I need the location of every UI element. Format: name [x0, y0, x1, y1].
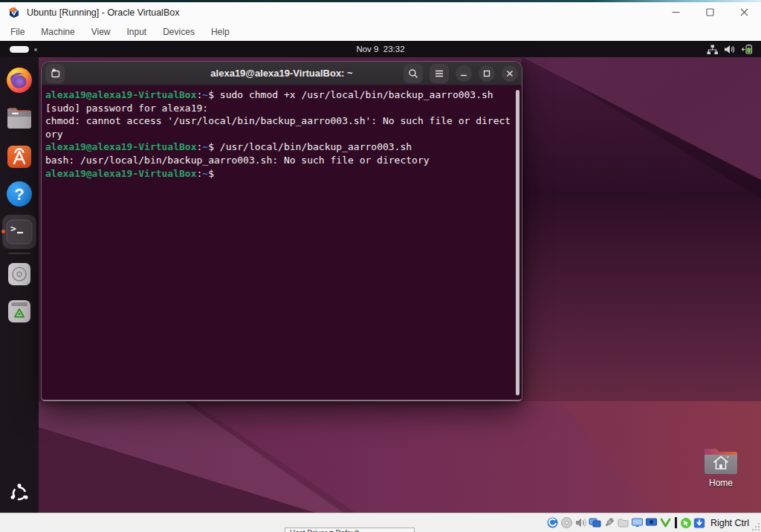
virtualbox-logo-icon [7, 6, 21, 19]
dock-item-app-center[interactable] [5, 142, 33, 170]
clock[interactable]: Nov 9 23:32 [0, 41, 761, 57]
show-apps-button[interactable] [10, 484, 29, 503]
statusbar-shared-folders-icon[interactable] [617, 516, 629, 529]
host-key-label: Right Ctrl [710, 518, 749, 528]
terminal-line: [sudo] password for alexa19: [45, 102, 511, 115]
terminal-window: alexa19@alexa19-VirtualBox: ~ [41, 61, 522, 401]
hamburger-menu-icon [435, 70, 444, 77]
gnome-topbar: Nov 9 23:32 [0, 41, 761, 57]
host-statusbar: Host Driver = Default [0, 513, 761, 532]
svg-text:?: ? [14, 185, 24, 204]
menu-file[interactable]: File [7, 25, 27, 39]
vm-screen: Nov 9 23:32 [0, 41, 761, 513]
statusbar-display-icon[interactable] [631, 516, 644, 529]
terminal-output: alexa19@alexa19-VirtualBox:~$ sudo chmod… [45, 88, 511, 180]
statusbar-hard-disk-icon[interactable] [546, 516, 559, 529]
menu-machine[interactable]: Machine [38, 25, 77, 39]
dock-item-disk-image[interactable] [5, 260, 33, 288]
disk-image-icon [7, 262, 31, 286]
statusbar-mouse-integration-icon[interactable] [680, 517, 692, 529]
statusbar-optical-disc-icon[interactable] [560, 516, 573, 529]
terminal-line: chmod: cannot access '/usr/local/bin/bac… [45, 114, 511, 128]
terminal-menu-button[interactable] [430, 64, 449, 83]
statusbar-keyboard-icon[interactable] [693, 517, 705, 529]
dock-item-terminal[interactable]: > [5, 218, 33, 246]
new-tab-icon [50, 68, 61, 79]
terminal-line: alexa19@alexa19-VirtualBox:~$ /usr/local… [45, 140, 511, 154]
help-icon: ? [6, 181, 33, 207]
new-tab-button[interactable] [45, 64, 65, 83]
host-maximize-button[interactable] [693, 2, 727, 22]
menu-help[interactable]: Help [208, 25, 233, 39]
terminal-content-area[interactable]: alexa19@alexa19-VirtualBox:~$ sudo chmod… [42, 85, 522, 400]
firefox-icon [6, 67, 33, 94]
dock-separator [8, 253, 30, 254]
statusbar-network-icon[interactable] [589, 516, 601, 529]
resize-grip[interactable] [751, 522, 760, 531]
desktop-home-shortcut[interactable]: Home [697, 447, 745, 488]
dock-item-files[interactable] [5, 103, 33, 132]
files-icon [6, 106, 33, 129]
close-icon [506, 70, 514, 77]
ubuntu-logo-icon [10, 484, 29, 503]
statusbar-tooltip-clipped: Host Driver = Default [285, 528, 415, 532]
host-minimize-button[interactable] [658, 2, 693, 22]
statusbar-separator [675, 517, 677, 528]
terminal-maximize-button[interactable] [479, 65, 495, 82]
dock-item-firefox[interactable] [5, 66, 33, 94]
search-icon [408, 68, 418, 79]
minimize-icon [460, 70, 467, 77]
menu-input[interactable]: Input [124, 25, 150, 39]
statusbar-recording-icon[interactable] [645, 516, 658, 529]
menu-view[interactable]: View [88, 25, 114, 39]
terminal-minimize-button[interactable] [456, 65, 472, 82]
home-label: Home [697, 478, 745, 488]
terminal-line: bash: /usr/local/bin/backup_aarro003.sh:… [45, 154, 511, 167]
terminal-scrollbar[interactable] [516, 90, 519, 395]
menu-devices[interactable]: Devices [160, 25, 198, 39]
maximize-icon [483, 70, 490, 77]
dock-item-help[interactable]: ? [5, 180, 33, 208]
statusbar-features-icon[interactable] [659, 516, 672, 529]
network-tree-icon [707, 45, 718, 54]
battery-charging-icon [742, 45, 754, 54]
terminal-line: ory [45, 128, 511, 141]
volume-icon [725, 45, 735, 54]
host-menubar: File Machine View Input Devices Help [0, 22, 761, 41]
host-titlebar: Ubuntu [Running] - Oracle VirtualBox [0, 2, 761, 22]
dock-item-trash[interactable] [5, 297, 33, 325]
svg-text:>: > [10, 223, 16, 234]
host-close-button[interactable] [727, 2, 761, 22]
terminal-icon: > [5, 218, 33, 246]
statusbar-audio-icon[interactable] [574, 516, 587, 529]
app-center-icon [7, 143, 32, 169]
host-window-title: Ubuntu [Running] - Oracle VirtualBox [27, 7, 179, 18]
terminal-line: alexa19@alexa19-VirtualBox:~$ sudo chmod… [45, 88, 511, 102]
terminal-close-button[interactable] [502, 65, 518, 82]
terminal-headerbar[interactable]: alexa19@alexa19-VirtualBox: ~ [42, 62, 522, 85]
terminal-search-button[interactable] [404, 64, 423, 83]
statusbar-usb-icon[interactable] [603, 516, 615, 529]
system-tray[interactable] [707, 41, 754, 57]
home-folder-icon [702, 447, 739, 476]
terminal-line: alexa19@alexa19-VirtualBox:~$ [45, 167, 511, 181]
dock: ? > [0, 57, 39, 513]
trash-icon [7, 299, 31, 323]
